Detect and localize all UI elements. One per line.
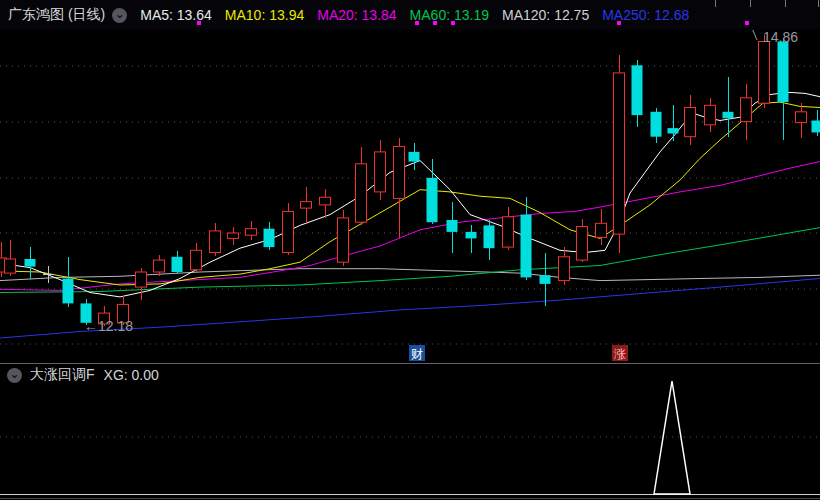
candle-down xyxy=(812,121,820,133)
top-axis-tick xyxy=(785,0,786,7)
stock-chart-window: 广东鸿图 (日线) ⌄ MA5: 13.64 MA10: 13.94 MA20:… xyxy=(0,0,820,500)
chevron-down-icon[interactable]: ⌄ xyxy=(112,8,127,23)
candle-up xyxy=(577,227,588,261)
candle-up xyxy=(5,259,16,273)
top-axis-tick xyxy=(750,0,751,7)
candle-up xyxy=(503,217,514,247)
candle-down xyxy=(668,128,679,133)
svg-text:财: 财 xyxy=(411,347,423,361)
candle-up xyxy=(283,211,294,252)
ma10-label: MA10: 13.94 xyxy=(225,7,304,23)
marker-dot xyxy=(433,21,437,25)
marker-dot xyxy=(415,21,419,25)
candle-down xyxy=(409,152,420,162)
marker-dot xyxy=(617,21,621,25)
ma-line-ma5 xyxy=(0,92,820,297)
candle-down xyxy=(521,215,532,278)
event-tag-badge[interactable]: 涨 xyxy=(612,345,628,361)
ma60-label: MA60: 13.19 xyxy=(410,7,489,23)
candle-up xyxy=(559,257,570,281)
candle-up xyxy=(356,164,367,222)
ma-line-ma20 xyxy=(0,162,820,291)
candle-down xyxy=(723,112,734,119)
stock-title: 广东鸿图 (日线) xyxy=(8,6,105,24)
candle-down xyxy=(427,178,438,222)
candle-down xyxy=(632,65,643,115)
indicator-xg-value: XG: 0.00 xyxy=(104,367,159,383)
ma5-label: MA5: 13.64 xyxy=(140,7,212,23)
candle-down xyxy=(172,257,183,272)
candle-down xyxy=(63,279,74,304)
top-axis-tick xyxy=(715,0,716,7)
high-price-label: 14.86 xyxy=(763,30,798,45)
candle-up xyxy=(320,197,331,205)
indicator-name: 大涨回调F xyxy=(30,366,95,384)
candle-up xyxy=(375,152,386,192)
candle-up xyxy=(191,250,202,269)
candle-down xyxy=(25,259,36,267)
candle-up xyxy=(705,105,716,125)
svg-text:涨: 涨 xyxy=(613,347,626,361)
main-chart[interactable]: ←12.1814.86财涨 xyxy=(0,30,820,363)
candle-down xyxy=(540,275,551,284)
candle-up xyxy=(741,98,752,122)
ma-line-ma60 xyxy=(0,228,820,293)
candle-down xyxy=(651,112,662,137)
candle-up xyxy=(596,223,607,237)
marker-dot xyxy=(745,21,749,25)
ma120-label: MA120: 12.75 xyxy=(502,7,589,23)
indicator-chart[interactable] xyxy=(0,364,820,500)
candle-down xyxy=(466,232,477,239)
high-pointer-line xyxy=(745,30,757,40)
chevron-down-icon[interactable]: ⌄ xyxy=(7,368,22,383)
candle-up xyxy=(796,112,807,123)
candle-up xyxy=(154,260,165,272)
low-price-label: ←12.18 xyxy=(84,318,133,334)
ma-line-ma10 xyxy=(0,102,820,285)
marker-dot xyxy=(451,21,455,25)
indicator-header: ⌄ 大涨回调F XG: 0.00 xyxy=(0,366,159,384)
candles-group xyxy=(0,35,820,326)
candle-up xyxy=(210,231,221,253)
candle-up xyxy=(228,233,239,238)
candle-up xyxy=(246,229,257,236)
candle-up xyxy=(759,42,770,104)
candle-up xyxy=(685,108,696,137)
title-bar: 广东鸿图 (日线) ⌄ MA5: 13.64 MA10: 13.94 MA20:… xyxy=(0,0,820,30)
marker-dot xyxy=(197,21,201,25)
top-axis-tick xyxy=(818,0,819,7)
candle-up xyxy=(136,272,147,287)
candle-down xyxy=(264,229,275,247)
candle-down xyxy=(778,42,789,103)
candle-up xyxy=(614,73,625,234)
candle-down xyxy=(447,220,458,232)
ma250-label: MA250: 12.68 xyxy=(602,7,689,23)
ma20-label: MA20: 13.84 xyxy=(317,7,396,23)
candle-up xyxy=(338,218,349,262)
candle-up xyxy=(301,202,312,209)
candle-up xyxy=(394,147,405,199)
candle-down xyxy=(484,225,495,248)
event-tag-badge[interactable]: 财 xyxy=(409,345,425,361)
